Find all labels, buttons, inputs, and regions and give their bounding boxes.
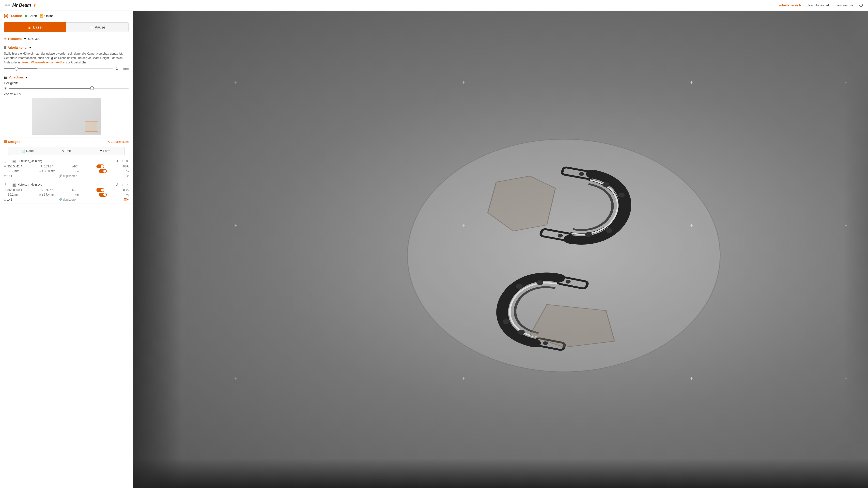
toggle-pair-1b — [99, 169, 107, 173]
preview-canvas — [32, 98, 101, 135]
status-bar: [x] Status: Bereit 📶 Online — [0, 11, 133, 20]
height-group-1: ∞ ↕ 36.8 mm — [39, 169, 55, 173]
close-button-1[interactable]: × — [126, 159, 129, 163]
preview-label[interactable]: Vorschau: — [9, 75, 24, 79]
tab-datei[interactable]: 📄 Datei — [8, 147, 47, 155]
design-row-1c: ⊞ 1×1 🔗 duplizieren ☰▾ — [4, 174, 129, 178]
width-icon-2: ↔ — [4, 193, 7, 196]
toggle-pair-1a — [96, 164, 104, 168]
design-row-1b: ↔ 38.7 mm ∞ ↕ 36.8 mm mm % — [4, 169, 129, 173]
svg-icon-2: ▣ — [12, 183, 16, 187]
status-dot-icon — [25, 15, 27, 17]
heart-icon: ♥ — [100, 149, 102, 153]
design-item-2-header: ⋮⋮ ▣ Hufeisen_klein.svg ↺ + × — [4, 182, 129, 187]
preview-viewport — [85, 121, 98, 132]
reset-icon: ✕ — [107, 140, 110, 143]
camera-icon: 📷 — [4, 76, 8, 79]
brightness-row: Helligkeit: — [4, 81, 129, 85]
rotation-group-2: ↻ -74.7 ° — [41, 188, 53, 192]
design-item-1: ⋮⋮ ▣ Hufeisen_klein.svg ↺ + × ✛ 355.5, 4… — [0, 157, 133, 180]
right-panel: + + + + + + + + + + + + — [133, 11, 868, 488]
designs-title[interactable]: ☰ Designs — [4, 140, 21, 143]
position-group-1: ✛ 355.5, 41.4 — [4, 165, 22, 168]
tab-form[interactable]: ♥ Form — [86, 147, 125, 155]
nav-design-store[interactable]: design-store — [836, 3, 853, 7]
asterisk-icon: ✳ — [33, 3, 36, 8]
rotation-group-1: ↻ 103.8 ° — [41, 165, 53, 168]
header-nav: arbeitsbereich designbibliothek design-s… — [779, 3, 863, 8]
grid-icon-2: ⊞ — [4, 198, 6, 201]
height-slider-row: 1 mm — [4, 67, 129, 70]
toggle-1b[interactable] — [99, 169, 107, 173]
toggle-pair-2b — [99, 193, 107, 197]
toggle-2b[interactable] — [99, 193, 107, 197]
position-caret-icon: ▼ — [24, 37, 27, 40]
logo: 👓 Mr Beam ✳ — [5, 3, 36, 8]
design-item-2-left: ⋮⋮ ▣ Hufeisen_klein.svg — [4, 183, 42, 187]
chevron-down-icon-1[interactable]: ☰▾ — [124, 174, 129, 178]
close-button[interactable]: [x] — [4, 14, 8, 18]
drag-icon-1[interactable]: ⋮⋮ — [4, 159, 11, 163]
dup-link-1[interactable]: 🔗 duplizieren — [59, 174, 77, 178]
list-icon: ☰ — [4, 140, 7, 143]
dark-left-overlay — [133, 11, 182, 488]
crosshair-icon: ✛ — [4, 37, 7, 40]
rotation-icon-2: ↻ — [41, 188, 43, 192]
repeat-group-2: ⊞ 1×1 — [4, 198, 12, 201]
height-arrow-icon-2: ↕ — [41, 193, 43, 196]
kb-article-link[interactable]: diesem Wissensdatenbank-Artikel — [21, 61, 65, 64]
file-icon: 📄 — [21, 149, 25, 153]
height-group-2: ∞ ↕ 37.4 mm — [39, 193, 55, 196]
oba-label-1: 0BA — [123, 165, 129, 168]
mm-label-1: mm — [75, 170, 79, 172]
pause-button[interactable]: ⏸ Pause — [66, 22, 129, 32]
tab-bar: 📄 Datei A Text ♥ Form — [8, 147, 125, 155]
undo-button-2[interactable]: ↺ — [115, 182, 119, 187]
work-height-desc: Stelle hier die Höhe ein, auf der gelase… — [4, 52, 129, 65]
height-slider[interactable] — [4, 68, 114, 69]
grid-icon-1: ⊞ — [4, 174, 6, 178]
laser-button[interactable]: 🔥 Laser — [4, 22, 66, 32]
nav-designbibliothek[interactable]: designbibliothek — [807, 3, 830, 7]
tab-bar-container: 📄 Datei A Text ♥ Form — [0, 145, 133, 157]
design-row-1a: ✛ 355.5, 41.4 ↻ 103.8 ° ABC 0BA — [4, 164, 129, 168]
work-height-label[interactable]: Arbeitshöhe: — [8, 46, 27, 50]
design-item-1-left: ⋮⋮ ▣ Hufeisen_klein.svg — [4, 159, 42, 163]
brightness-slider[interactable] — [9, 88, 129, 89]
dark-right-overlay — [843, 11, 868, 488]
glasses-icon: 👓 — [5, 3, 10, 8]
reset-button[interactable]: ✕ Zurücksetzen — [107, 140, 129, 143]
status-label: Status: — [11, 14, 22, 18]
toggle-1a[interactable] — [96, 164, 104, 168]
tab-text[interactable]: A Text — [47, 147, 86, 155]
add-button-1[interactable]: + — [121, 159, 124, 163]
toggle-pair-2a — [96, 188, 104, 192]
height-value: 1 — [116, 67, 121, 70]
pct-label-2: % — [126, 193, 129, 196]
main-layout: [x] Status: Bereit 📶 Online 🔥 Laser ⏸ Pa… — [0, 11, 868, 488]
undo-button-1[interactable]: ↺ — [115, 159, 119, 163]
width-group-1: ↔ 38.7 mm — [4, 169, 20, 173]
power-icon[interactable]: ⏻ — [859, 3, 863, 8]
design-name-2: Hufeisen_klein.svg — [18, 183, 42, 186]
work-height-section: ☰ Arbeitshöhe: ▼ Stelle hier die Höhe ei… — [0, 43, 133, 73]
abc-badge-1: ABC — [72, 165, 78, 168]
pct-label-1: % — [126, 170, 129, 172]
header: 👓 Mr Beam ✳ arbeitsbereich designbibliot… — [0, 0, 868, 11]
add-button-2[interactable]: + — [121, 182, 124, 187]
chevron-down-icon-2[interactable]: ☰▾ — [124, 198, 129, 202]
close-button-2[interactable]: × — [126, 182, 129, 187]
preview-caret-icon: ▼ — [26, 76, 28, 79]
drag-icon-2[interactable]: ⋮⋮ — [4, 183, 11, 187]
nav-arbeitsbereich[interactable]: arbeitsbereich — [779, 3, 801, 7]
position-value: 507, 390 — [28, 37, 40, 40]
design-row-2b: ↔ 39.2 mm ∞ ↕ 37.4 mm mm % — [4, 193, 129, 197]
position-label[interactable]: Position: — [8, 37, 22, 40]
designs-header: ☰ Designs ✕ Zurücksetzen — [0, 137, 133, 145]
brightness-label: Helligkeit: — [4, 81, 18, 85]
toggle-2a[interactable] — [96, 188, 104, 192]
repeat-group-1: ⊞ 1×1 — [4, 174, 12, 178]
dup-link-2[interactable]: 🔗 duplizieren — [59, 198, 77, 201]
design-actions-2: ↺ + × — [115, 182, 129, 187]
mm-label-2: mm — [75, 193, 79, 196]
